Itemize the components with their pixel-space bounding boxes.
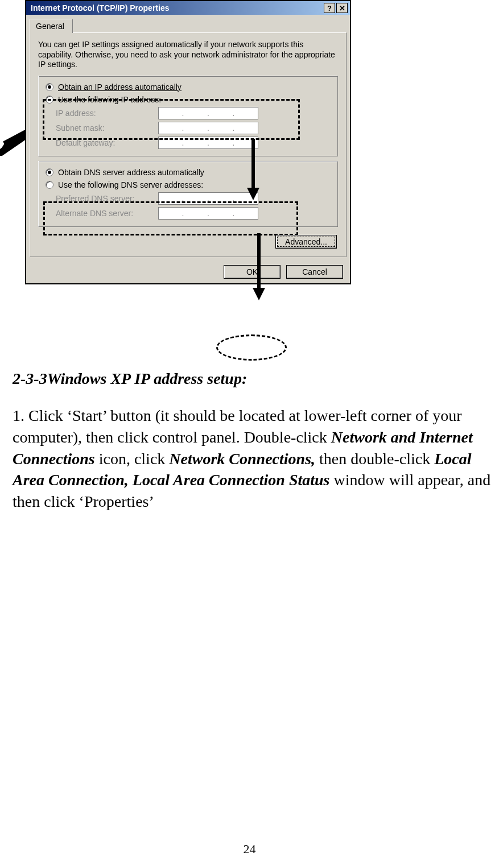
tab-panel-general: You can get IP settings assigned automat… bbox=[30, 32, 347, 257]
advanced-button[interactable]: Advanced... bbox=[275, 235, 337, 249]
radio-icon bbox=[46, 83, 53, 91]
tcpip-properties-dialog: Internet Protocol (TCP/IP) Properties ? … bbox=[25, 0, 351, 284]
radio-icon bbox=[46, 181, 53, 189]
alternate-dns-input[interactable]: ... bbox=[158, 207, 258, 220]
preferred-dns-input[interactable]: ... bbox=[158, 192, 258, 205]
svg-marker-7 bbox=[253, 288, 265, 300]
radio-use-ip-label: Use the following IP address: bbox=[58, 95, 161, 104]
annotation-down-arrow-icon bbox=[250, 233, 267, 301]
radio-use-ip[interactable]: Use the following IP address: bbox=[46, 93, 331, 106]
annotation-ok-ellipse bbox=[216, 334, 287, 361]
cancel-button[interactable]: Cancel bbox=[286, 265, 343, 279]
radio-obtain-dns-label: Obtain DNS server address automatically bbox=[58, 168, 204, 177]
svg-marker-5 bbox=[247, 188, 259, 200]
subnet-mask-input[interactable]: ... bbox=[158, 122, 258, 134]
radio-use-dns[interactable]: Use the following DNS server addresses: bbox=[46, 179, 331, 191]
tab-strip: General bbox=[26, 15, 350, 32]
intro-text: You can get IP settings assigned automat… bbox=[38, 40, 338, 70]
section-heading: 2-3-3Windows XP IP address setup: bbox=[13, 370, 485, 388]
radio-obtain-dns[interactable]: Obtain DNS server address automatically bbox=[46, 166, 331, 179]
titlebar: Internet Protocol (TCP/IP) Properties ? … bbox=[26, 1, 350, 15]
help-button[interactable]: ? bbox=[324, 3, 335, 13]
page-number: 24 bbox=[0, 842, 499, 857]
radio-obtain-ip-label: Obtain an IP address automatically bbox=[58, 82, 182, 92]
ip-address-label: IP address: bbox=[56, 109, 152, 118]
radio-obtain-ip[interactable]: Obtain an IP address automatically bbox=[46, 81, 331, 93]
radio-icon bbox=[46, 168, 53, 176]
radio-use-dns-label: Use the following DNS server addresses: bbox=[58, 180, 203, 189]
dns-group: Obtain DNS server address automatically … bbox=[38, 161, 338, 227]
tab-general[interactable]: General bbox=[30, 19, 73, 33]
subnet-mask-label: Subnet mask: bbox=[56, 123, 152, 133]
dialog-button-row: OK Cancel bbox=[26, 261, 350, 283]
default-gateway-label: Default gateway: bbox=[56, 138, 152, 147]
preferred-dns-label: Preferred DNS server: bbox=[56, 194, 152, 203]
default-gateway-input[interactable]: ... bbox=[158, 137, 258, 149]
radio-icon bbox=[46, 96, 53, 104]
instruction-paragraph: 1. Click ‘Start’ button (it should be lo… bbox=[13, 405, 493, 512]
dialog-title: Internet Protocol (TCP/IP) Properties bbox=[28, 3, 169, 13]
ip-address-group: Obtain an IP address automatically Use t… bbox=[38, 76, 338, 156]
alternate-dns-label: Alternate DNS server: bbox=[56, 209, 152, 218]
ip-address-input[interactable]: ... bbox=[158, 107, 258, 119]
close-button[interactable]: ✕ bbox=[336, 3, 348, 13]
annotation-down-arrow-icon bbox=[245, 139, 262, 201]
